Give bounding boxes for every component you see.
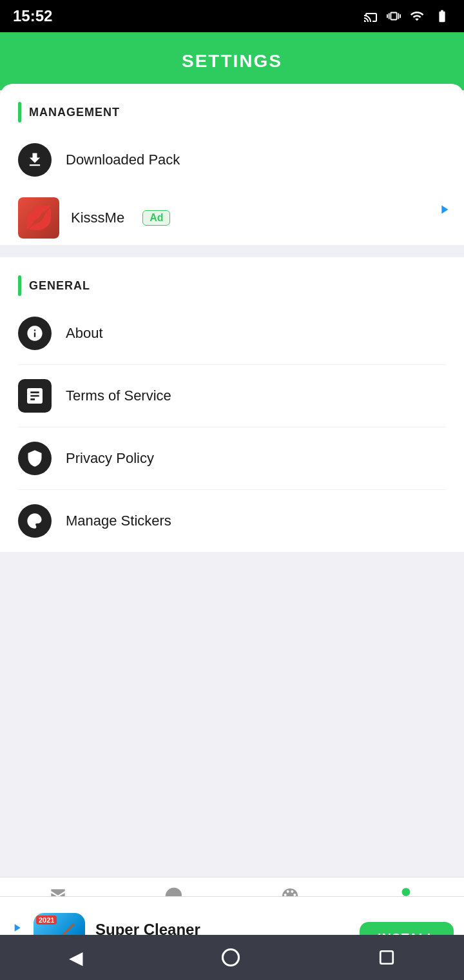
ad-app-name: KisssMe	[71, 210, 124, 226]
svg-point-2	[35, 516, 37, 519]
back-button[interactable]: ◀	[69, 947, 83, 968]
info-icon-bg	[18, 317, 52, 350]
sticker-icon	[26, 512, 44, 530]
shield-icon	[26, 449, 44, 467]
shield-icon-bg	[18, 442, 52, 475]
manage-stickers-item[interactable]: Manage Stickers	[18, 490, 446, 552]
section-separator	[0, 246, 464, 257]
about-label: About	[66, 325, 103, 342]
wifi-icon	[409, 9, 425, 23]
terms-of-service-item[interactable]: Terms of Service	[18, 365, 446, 427]
svg-point-3	[38, 520, 41, 522]
svg-point-0	[30, 520, 32, 522]
page-title: SETTINGS	[182, 51, 282, 72]
ad-app-emoji: 💋	[24, 204, 53, 231]
cast-icon	[363, 8, 379, 24]
sticker-icon-bg	[18, 504, 52, 538]
ad-arrow-icon	[437, 202, 451, 220]
terms-icon	[24, 386, 45, 406]
ad-year-badge: 2021	[36, 916, 57, 925]
svg-point-4	[223, 950, 239, 966]
home-button[interactable]	[221, 948, 240, 967]
privacy-policy-label: Privacy Policy	[66, 450, 154, 467]
svg-point-1	[32, 516, 34, 519]
main-content: MANAGEMENT Downloaded Pack 💋 Kisss	[0, 84, 464, 694]
general-section: GENERAL About Terms of Service	[0, 257, 464, 552]
ad-row[interactable]: 💋 KisssMe Ad	[0, 191, 464, 246]
android-nav: ◀	[0, 935, 464, 980]
status-icons	[363, 8, 451, 24]
recents-button[interactable]	[378, 949, 395, 966]
management-section: MANAGEMENT Downloaded Pack	[0, 84, 464, 191]
privacy-policy-item[interactable]: Privacy Policy	[18, 427, 446, 490]
status-bar: 15:52	[0, 0, 464, 32]
battery-icon	[433, 9, 451, 23]
management-label: MANAGEMENT	[18, 102, 446, 122]
terms-of-service-label: Terms of Service	[66, 387, 171, 404]
downloaded-pack-label: Downloaded Pack	[66, 152, 180, 168]
terms-icon-bg	[18, 379, 52, 413]
settings-content: MANAGEMENT Downloaded Pack 💋 Kisss	[0, 84, 464, 552]
download-icon-bg	[18, 143, 52, 177]
section-bar-general	[18, 275, 21, 296]
svg-rect-5	[380, 951, 393, 964]
ad-app-image: 💋	[18, 197, 59, 239]
info-icon	[26, 324, 44, 342]
about-item[interactable]: About	[18, 302, 446, 365]
status-time: 15:52	[13, 7, 52, 25]
download-icon	[26, 151, 44, 169]
settings-header: SETTINGS	[0, 32, 464, 90]
manage-stickers-label: Manage Stickers	[66, 513, 171, 529]
downloaded-pack-item[interactable]: Downloaded Pack	[18, 129, 446, 191]
general-label: GENERAL	[18, 275, 446, 296]
ad-badge: Ad	[142, 210, 170, 226]
vibrate-icon	[387, 9, 401, 23]
section-bar	[18, 102, 21, 122]
